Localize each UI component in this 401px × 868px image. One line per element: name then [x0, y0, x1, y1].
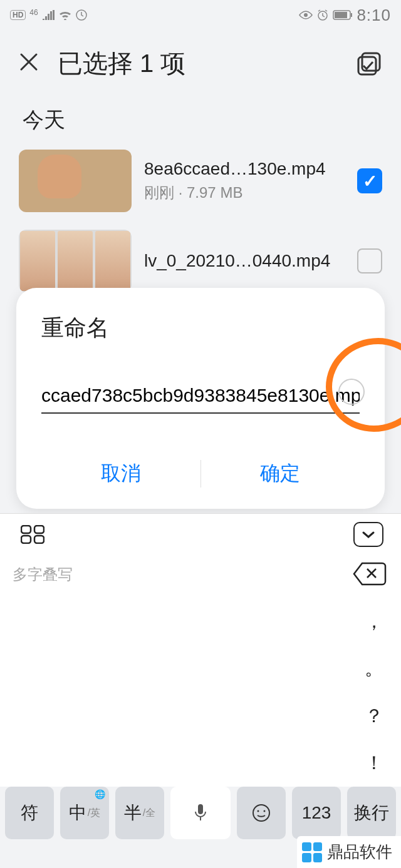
signal-icon	[42, 10, 55, 20]
svg-rect-9	[34, 526, 44, 533]
space-key[interactable]	[170, 787, 231, 839]
svg-rect-7	[358, 57, 376, 74]
status-bar: HD 46 8:10	[0, 0, 401, 28]
watermark: 鼎品软件	[297, 836, 401, 868]
keyboard-bottom-row: 符 🌐 中/英 半/全 123 换行	[5, 787, 396, 839]
battery-icon	[333, 10, 353, 20]
cancel-button[interactable]: 取消	[41, 451, 200, 496]
touch-icon	[76, 9, 87, 21]
video-thumbnail	[19, 230, 132, 292]
file-name: 8ea6ccaed…130e.mp4	[144, 159, 345, 179]
punct-key[interactable]: 。	[347, 645, 401, 692]
alarm-icon	[316, 9, 329, 21]
dialog-title: 重命名	[41, 313, 360, 344]
selection-header: 已选择 1 项	[0, 28, 401, 93]
svg-rect-12	[198, 804, 203, 814]
smile-icon	[252, 804, 271, 822]
hd-icon: HD	[10, 10, 26, 20]
svg-rect-10	[21, 536, 31, 543]
width-main: 半	[124, 801, 142, 825]
dialog-buttons: 取消 确定	[41, 451, 360, 496]
select-all-icon[interactable]	[356, 51, 382, 77]
rename-dialog: 重命名 取消 确定	[16, 288, 385, 509]
keyboard-toolbar	[0, 513, 401, 554]
clear-input-icon[interactable]	[338, 379, 365, 405]
keyboard-collapse-icon[interactable]	[353, 522, 383, 547]
width-sub: /全	[143, 807, 155, 820]
file-meta: 刚刚 · 7.97 MB	[144, 183, 345, 203]
lang-main: 中	[69, 801, 86, 825]
wifi-icon	[58, 10, 72, 20]
rename-input[interactable]	[41, 381, 360, 414]
svg-point-15	[264, 810, 266, 812]
file-row[interactable]: 8ea6ccaed…130e.mp4 刚刚 · 7.97 MB	[0, 141, 401, 221]
punctuation-column: ， 。 ？ ！	[347, 598, 401, 787]
close-icon[interactable]	[19, 49, 39, 78]
punct-key[interactable]: ？	[347, 693, 401, 740]
section-today: 今天	[0, 93, 401, 141]
file-name: lv_0_20210…0440.mp4	[144, 251, 345, 271]
svg-point-13	[253, 805, 269, 821]
svg-rect-8	[21, 526, 31, 533]
number-key[interactable]: 123	[292, 787, 341, 839]
language-key[interactable]: 🌐 中/英	[60, 787, 109, 839]
mic-icon	[193, 803, 208, 823]
svg-rect-11	[34, 536, 44, 543]
svg-rect-5	[351, 13, 352, 17]
file-info: lv_0_20210…0440.mp4	[144, 251, 345, 271]
svg-point-14	[258, 810, 259, 812]
width-key[interactable]: 半/全	[115, 787, 164, 839]
punct-key[interactable]: ，	[347, 598, 401, 645]
lte-icon: 46	[29, 8, 38, 17]
backspace-icon[interactable]	[352, 561, 387, 587]
svg-rect-4	[335, 12, 347, 18]
file-checkbox[interactable]	[357, 168, 382, 193]
eye-icon	[299, 11, 313, 19]
watermark-text: 鼎品软件	[327, 841, 392, 863]
svg-point-1	[304, 13, 308, 17]
handwriting-hint: 多字叠写	[13, 564, 73, 585]
watermark-icon	[302, 842, 322, 862]
symbol-key[interactable]: 符	[5, 787, 54, 839]
status-time: 8:10	[357, 6, 391, 25]
status-right: 8:10	[299, 6, 391, 25]
file-checkbox[interactable]	[357, 248, 382, 273]
punct-key[interactable]: ！	[347, 740, 401, 787]
keyboard-grid-icon[interactable]	[18, 522, 48, 547]
confirm-button[interactable]: 确定	[201, 451, 360, 496]
status-left: HD 46	[10, 9, 87, 21]
header-title: 已选择 1 项	[58, 46, 356, 81]
lang-sub: /英	[88, 807, 100, 820]
video-thumbnail	[19, 150, 132, 212]
enter-key[interactable]: 换行	[347, 787, 396, 839]
emoji-key[interactable]	[237, 787, 286, 839]
globe-icon: 🌐	[95, 789, 105, 799]
handwriting-area[interactable]: 多字叠写 ， 。 ？ ！	[0, 554, 401, 787]
file-info: 8ea6ccaed…130e.mp4 刚刚 · 7.97 MB	[144, 159, 345, 203]
